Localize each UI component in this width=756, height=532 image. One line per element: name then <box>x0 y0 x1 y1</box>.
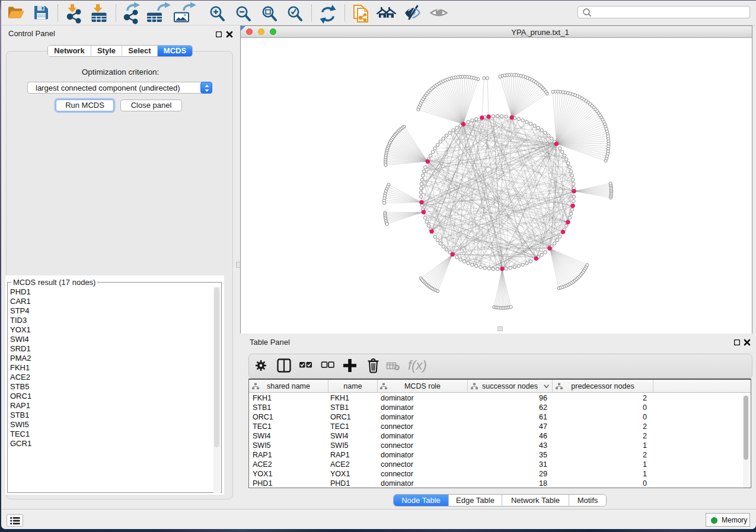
svg-text:f(x): f(x) <box>408 358 427 373</box>
